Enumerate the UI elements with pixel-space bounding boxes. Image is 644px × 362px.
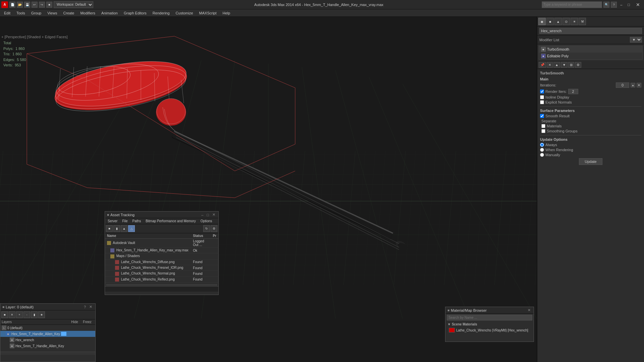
- layer-icon-0: L: [2, 325, 6, 330]
- layer-tool-select[interactable]: ▮: [31, 311, 38, 318]
- render-iters-checkbox[interactable]: [540, 89, 544, 94]
- panel-icon-modify[interactable]: ■: [546, 18, 554, 25]
- asset-maximize-btn[interactable]: □: [206, 213, 210, 217]
- open-btn[interactable]: 📂: [17, 2, 23, 8]
- help-icon-btn[interactable]: ?: [611, 2, 617, 8]
- asset-tool-3[interactable]: ▲: [121, 225, 127, 232]
- asset-menu-paths[interactable]: Paths: [130, 219, 143, 223]
- delete-mod-btn[interactable]: ✕: [547, 62, 553, 68]
- layer-tool-delete[interactable]: ✕: [9, 311, 15, 318]
- ref-btn[interactable]: ■: [46, 2, 52, 8]
- move-down-btn[interactable]: ▼: [561, 62, 568, 68]
- menu-customize[interactable]: Customize: [173, 10, 196, 16]
- maps-folder-icon: [110, 254, 114, 258]
- asset-row-maxfile[interactable]: Hex_5mm_T_Handle_Allen_Key_max_vray.max …: [105, 248, 218, 253]
- mat-search-input[interactable]: [447, 315, 532, 320]
- minimize-btn[interactable]: –: [618, 2, 624, 7]
- asset-tool-4[interactable]: △: [128, 225, 135, 232]
- menu-help[interactable]: Help: [220, 10, 233, 16]
- menu-graph-editors[interactable]: Graph Editors: [121, 10, 149, 16]
- menu-views[interactable]: Views: [45, 10, 60, 16]
- panel-icon-utilities[interactable]: ⚒: [579, 18, 586, 25]
- manually-label: Manually: [545, 153, 560, 157]
- panel-icon-hierarchy[interactable]: ▲: [554, 18, 562, 25]
- layer-question-btn[interactable]: ?: [83, 305, 87, 309]
- asset-row-maps[interactable]: Maps / Shaders: [105, 253, 218, 259]
- asset-menu-bitmap[interactable]: Bitmap Performance and Memory: [144, 219, 198, 223]
- layer-row-hex5mm[interactable]: ◆ Hex_5mm_T_Handle_Allen_Key: [0, 331, 95, 337]
- asset-row-vault[interactable]: Autodesk Vault Logged Out ...: [105, 239, 218, 248]
- always-radio[interactable]: [540, 143, 544, 147]
- smooth-result-checkbox[interactable]: [540, 114, 544, 118]
- asset-tool-options[interactable]: ⚙: [211, 225, 217, 232]
- menu-modifiers[interactable]: Modifiers: [77, 10, 98, 16]
- asset-tool-refresh[interactable]: ↻: [203, 225, 210, 232]
- layer-tool-new[interactable]: ■: [1, 311, 8, 318]
- asset-tool-1[interactable]: ■: [106, 225, 113, 232]
- asset-menu-options[interactable]: Options: [199, 219, 214, 223]
- asset-menu-file[interactable]: File: [120, 219, 129, 223]
- workspace-dropdown[interactable]: Workspace: Default: [54, 1, 93, 8]
- object-name-input[interactable]: [539, 28, 642, 34]
- menu-edit[interactable]: Edit: [1, 10, 13, 16]
- iterations-down[interactable]: ▼: [637, 83, 641, 87]
- modifier-editablepoly[interactable]: ■ Editable Poly: [539, 53, 642, 59]
- explicit-normals-checkbox[interactable]: [540, 100, 544, 104]
- menu-rendering[interactable]: Rendering: [150, 10, 172, 16]
- asset-row-glossiness[interactable]: Lathe_Chuck_Wrenchs_Reflect_glossiness.p…: [105, 283, 218, 284]
- asset-menu-server[interactable]: Server: [106, 219, 119, 223]
- undo-btn[interactable]: ↩: [32, 2, 38, 8]
- layer-col-name: Layers: [2, 320, 69, 324]
- panel-icon-display[interactable]: ☀: [571, 18, 578, 25]
- panel-icon-motion[interactable]: ⊙: [562, 18, 570, 25]
- menu-maxscript[interactable]: MAXScript: [197, 10, 219, 16]
- main-section-title: Main: [540, 77, 641, 81]
- smoothing-groups-checkbox[interactable]: [541, 129, 545, 133]
- asset-minimize-btn[interactable]: –: [200, 213, 204, 217]
- mat-item-0[interactable]: Lathe_Chuck_Wrenchs (VRayMtl) [Hex_wrenc…: [447, 327, 532, 333]
- update-button[interactable]: Update: [579, 158, 602, 165]
- move-up-btn[interactable]: ▲: [553, 62, 560, 68]
- layer-close-btn[interactable]: ✕: [88, 305, 93, 309]
- layer-row-hex5mm2[interactable]: ■ Hex_5mm_T_Handle_Allen_Key: [0, 343, 95, 349]
- asset-status-normal: Found: [191, 271, 211, 277]
- menu-tools[interactable]: Tools: [14, 10, 28, 16]
- asset-row-normal[interactable]: Lathe_Chuck_Wrenchs_Normal.png Found: [105, 271, 218, 277]
- maximize-btn[interactable]: □: [626, 2, 632, 7]
- layer-tool-highlight[interactable]: ★: [38, 311, 45, 318]
- layer-tool-add[interactable]: +: [16, 311, 23, 318]
- iterations-up[interactable]: ▲: [631, 83, 635, 87]
- render-iters-input[interactable]: [568, 89, 578, 94]
- asset-row-diffuse[interactable]: Lathe_Chuck_Wrenchs_Diffuse.png Found: [105, 259, 218, 265]
- when-rendering-radio[interactable]: [540, 148, 544, 152]
- asset-close-btn[interactable]: ✕: [211, 213, 216, 217]
- asset-row-fresnel[interactable]: Lathe_Chuck_Wrenchs_Fresnel_IOR.png Foun…: [105, 265, 218, 271]
- iterations-input[interactable]: [616, 82, 629, 88]
- asset-table-wrap[interactable]: Name Status Pr Autodesk Vault Logged Out…: [105, 233, 218, 284]
- manually-radio[interactable]: [540, 153, 544, 157]
- new-btn[interactable]: 📄: [9, 2, 15, 8]
- mat-close-btn[interactable]: ✕: [527, 308, 532, 312]
- search-input[interactable]: [542, 1, 602, 8]
- isoline-checkbox[interactable]: [540, 95, 544, 99]
- close-btn[interactable]: ✕: [633, 1, 643, 8]
- layer-row-hexwrench[interactable]: ■ Hex_wrench: [0, 337, 95, 343]
- layer-row-default[interactable]: L 0 (default): [0, 325, 95, 331]
- menu-group[interactable]: Group: [29, 10, 44, 16]
- search-btn[interactable]: 🔍: [603, 2, 609, 8]
- asset-row-reflect[interactable]: Lathe_Chuck_Wrenchs_Reflect.png Found: [105, 277, 218, 282]
- show-all-btn[interactable]: ⊞: [568, 62, 574, 68]
- save-btn[interactable]: 💾: [24, 2, 30, 8]
- asset-tool-2[interactable]: ▮: [113, 225, 120, 232]
- modifier-list-dropdown[interactable]: ▼: [630, 37, 642, 43]
- panel-icon-create[interactable]: ◆: [538, 18, 546, 25]
- configure-btn[interactable]: ⚙: [575, 62, 581, 68]
- menu-animation[interactable]: Animation: [99, 10, 120, 16]
- materials-checkbox[interactable]: [541, 124, 545, 128]
- menu-create[interactable]: Create: [60, 10, 77, 16]
- pin-btn[interactable]: 📌: [539, 62, 546, 68]
- layer-tool-remove[interactable]: -: [23, 311, 30, 318]
- modifier-turbosmooth[interactable]: ■ TurboSmooth: [539, 46, 642, 53]
- layer-scrollbar[interactable]: [0, 352, 95, 355]
- redo-btn[interactable]: ↪: [39, 2, 45, 8]
